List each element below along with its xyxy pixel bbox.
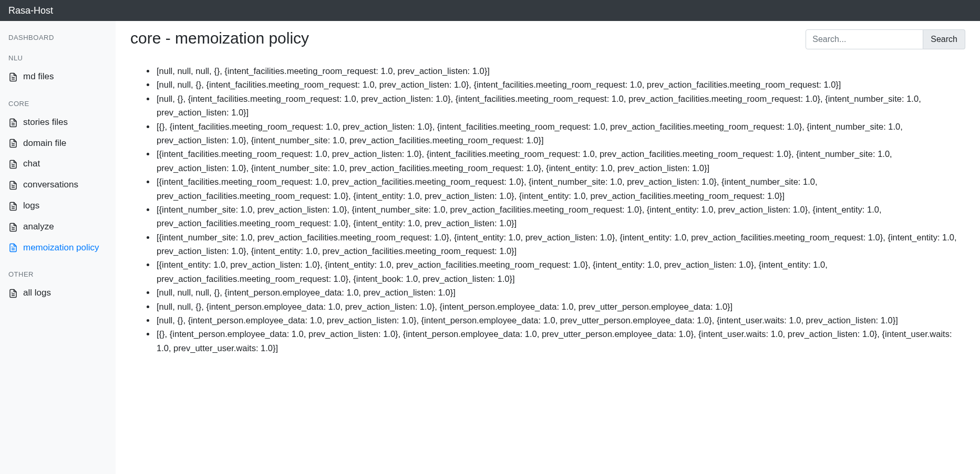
file-text-icon <box>8 223 18 232</box>
sidebar-item-analyze[interactable]: analyze <box>6 216 109 237</box>
sidebar-heading: CORE <box>6 100 109 108</box>
sidebar-item-all-logs[interactable]: all logs <box>6 282 109 303</box>
file-text-icon <box>8 72 18 82</box>
sidebar-section: COREstories filesdomain filechatconversa… <box>6 100 109 258</box>
sidebar: DASHBOARDNLUmd filesCOREstories filesdom… <box>0 21 116 474</box>
topbar: Rasa-Host <box>0 0 980 21</box>
list-item: [null, {}, {intent_facilities.meeting_ro… <box>156 92 965 120</box>
main-header: core - memoization policy Search <box>130 29 965 49</box>
sidebar-heading: DASHBOARD <box>6 34 109 41</box>
file-text-icon <box>8 118 18 128</box>
sidebar-item-label: chat <box>23 157 107 170</box>
sidebar-item-label: logs <box>23 199 107 212</box>
sidebar-item-label: stories files <box>23 116 107 129</box>
sidebar-item-domain-file[interactable]: domain file <box>6 133 109 154</box>
file-text-icon <box>8 202 18 211</box>
app-title[interactable]: Rasa-Host <box>8 5 53 16</box>
list-item: [{intent_entity: 1.0, prev_action_listen… <box>156 258 965 286</box>
list-item: [null, null, null, {}, {intent_person.em… <box>156 286 965 299</box>
sidebar-section: NLUmd files <box>6 54 109 87</box>
list-item: [{}, {intent_person.employee_data: 1.0, … <box>156 327 965 355</box>
sidebar-item-logs[interactable]: logs <box>6 195 109 216</box>
list-item: [null, null, {}, {intent_person.employee… <box>156 300 965 313</box>
sidebar-heading: OTHER <box>6 270 109 278</box>
sidebar-heading: NLU <box>6 54 109 62</box>
file-text-icon <box>8 181 18 190</box>
sidebar-item-label: all logs <box>23 287 107 299</box>
list-item: [null, null, null, {}, {intent_facilitie… <box>156 64 965 78</box>
list-item: [null, {}, {intent_person.employee_data:… <box>156 313 965 327</box>
file-text-icon <box>8 289 18 298</box>
sidebar-section: OTHERall logs <box>6 270 109 303</box>
page-title: core - memoization policy <box>130 29 309 47</box>
sidebar-item-chat[interactable]: chat <box>6 153 109 174</box>
sidebar-item-label: md files <box>23 70 107 83</box>
sidebar-item-label: memoization policy <box>23 241 107 254</box>
file-text-icon <box>8 160 18 169</box>
sidebar-item-conversations[interactable]: conversations <box>6 174 109 195</box>
file-text-icon <box>8 139 18 148</box>
search-group: Search <box>806 29 965 49</box>
list-item: [{intent_number_site: 1.0, prev_action_l… <box>156 203 965 230</box>
list-item: [{}, {intent_facilities.meeting_room_req… <box>156 120 965 148</box>
list-item: [{intent_facilities.meeting_room_request… <box>156 175 965 203</box>
search-input[interactable] <box>806 29 923 49</box>
sidebar-item-stories-files[interactable]: stories files <box>6 112 109 133</box>
sidebar-item-label: analyze <box>23 220 107 233</box>
sidebar-item-label: domain file <box>23 137 107 150</box>
file-text-icon <box>8 243 18 252</box>
sidebar-item-memoization-policy[interactable]: memoization policy <box>6 237 109 258</box>
sidebar-item-label: conversations <box>23 178 107 191</box>
main-content: core - memoization policy Search [null, … <box>116 21 980 474</box>
list-item: [{intent_number_site: 1.0, prev_action_f… <box>156 230 965 258</box>
list-item: [{intent_facilities.meeting_room_request… <box>156 147 965 175</box>
memoization-list: [null, null, null, {}, {intent_facilitie… <box>130 64 965 355</box>
list-item: [null, null, {}, {intent_facilities.meet… <box>156 78 965 91</box>
sidebar-section: DASHBOARD <box>6 34 109 41</box>
sidebar-item-md-files[interactable]: md files <box>6 66 109 87</box>
search-button[interactable]: Search <box>923 29 965 49</box>
